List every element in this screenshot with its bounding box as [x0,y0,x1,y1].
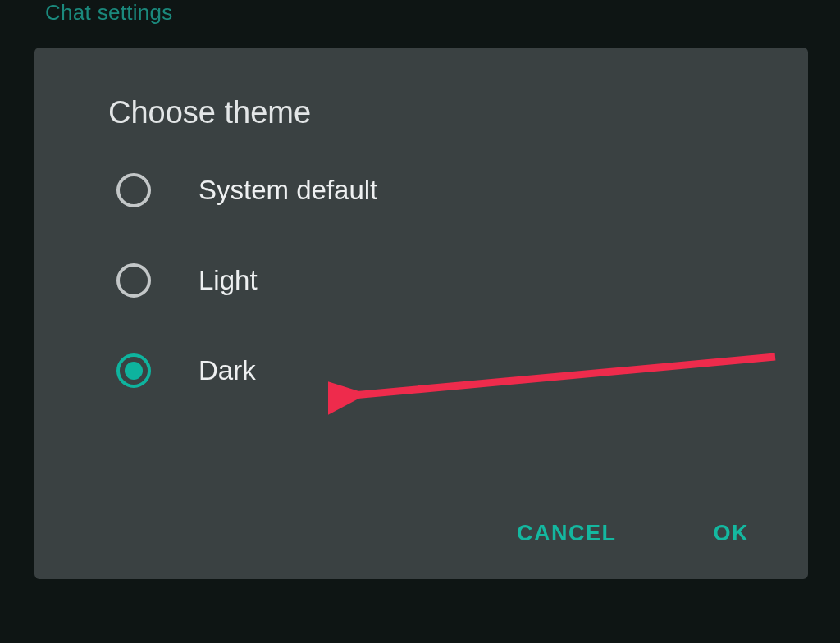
radio-icon-selected [116,353,151,388]
radio-option-system-default[interactable]: System default [116,173,808,207]
dialog-title: Choose theme [108,95,808,130]
radio-label: Dark [199,355,256,386]
cancel-button[interactable]: CANCEL [505,513,628,554]
theme-dialog: Choose theme System default Light Dark C… [34,48,808,579]
dialog-actions: CANCEL OK [505,513,760,554]
radio-option-light[interactable]: Light [116,263,808,298]
radio-icon [116,173,151,207]
radio-inner-dot [125,362,143,380]
radio-icon [116,263,151,298]
ok-button[interactable]: OK [702,513,761,554]
page-header-title: Chat settings [45,0,173,25]
radio-label: Light [199,265,258,296]
radio-label: System default [199,175,377,206]
radio-option-dark[interactable]: Dark [116,353,808,388]
